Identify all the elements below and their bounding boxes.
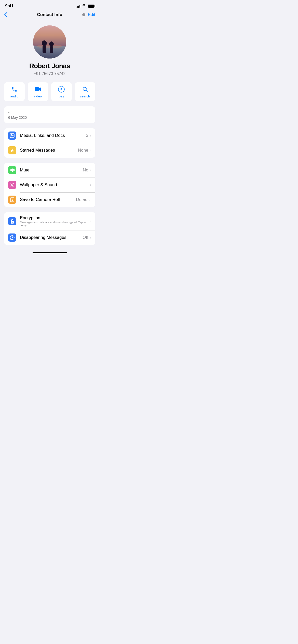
phone-icon [11,86,17,93]
mute-row[interactable]: Mute No › [4,163,95,178]
search-icon [82,86,88,93]
chevron-icon: › [90,219,91,224]
mute-label: Mute [20,168,83,173]
settings-section-3: Encryption Messages and calls are end-to… [4,212,95,245]
chevron-icon: › [90,133,91,138]
battery-icon [88,5,94,8]
back-button[interactable] [4,12,7,17]
profile-section: Robert Jonas +91 75673 75742 [0,20,99,82]
chevron-icon: › [90,235,91,240]
svg-marker-17 [10,149,14,152]
svg-point-22 [12,222,13,223]
save-camera-roll-value: Default [76,197,90,202]
save-icon [8,196,16,204]
wallpaper-sound-label: Wallpaper & Sound [20,182,88,187]
starred-messages-value: None [78,148,88,153]
wifi-icon [82,4,86,8]
rupee-icon: ₹ [58,86,65,93]
chevron-icon: › [90,148,91,153]
disappearing-icon [8,233,16,242]
navigation-bar: Contact Info Edit [0,10,99,20]
settings-section-2: Mute No › Wallpaper & Sound › Save to Ca… [4,163,95,207]
home-bar [33,252,67,253]
search-button[interactable]: search [75,82,96,101]
action-buttons-row: audio video ₹ pay search [0,82,99,106]
svg-rect-8 [50,46,53,53]
svg-rect-5 [43,46,46,53]
status-bar: 9:41 [0,0,99,10]
audio-label: audio [10,94,18,98]
page-title: Contact Info [37,12,62,17]
media-links-docs-value: 3 [86,133,88,138]
contact-status-dot [82,13,85,16]
encryption-icon [8,217,16,225]
audio-call-button[interactable]: audio [4,82,25,101]
avatar[interactable] [33,25,66,58]
svg-marker-18 [10,168,13,172]
info-card: - 6 May 2020 [4,106,95,123]
pay-label: pay [59,94,64,98]
media-links-docs-row[interactable]: Media, Links, and Docs 3 › [4,128,95,143]
wallpaper-icon [8,181,16,189]
wallpaper-sound-row[interactable]: Wallpaper & Sound › [4,178,95,192]
encryption-row[interactable]: Encryption Messages and calls are end-to… [4,212,95,230]
mute-icon [8,166,16,174]
svg-rect-10 [35,87,39,91]
svg-point-6 [43,41,46,45]
video-call-button[interactable]: video [28,82,48,101]
search-label: search [80,94,90,98]
info-dash: - [8,110,91,114]
signal-icon [76,5,80,8]
video-icon [35,86,41,93]
save-camera-roll-label: Save to Camera Roll [20,197,76,202]
status-time: 9:41 [5,4,13,9]
disappearing-messages-row[interactable]: Disappearing Messages Off › [4,230,95,245]
svg-line-14 [86,90,87,92]
pay-button[interactable]: ₹ pay [51,82,72,101]
media-links-docs-label: Media, Links, and Docs [20,133,86,138]
contact-phone: +91 75673 75742 [34,71,65,76]
contact-name: Robert Jonas [29,62,70,70]
chevron-icon: › [90,183,91,187]
mute-value: No [83,168,88,173]
status-icons [76,4,94,8]
svg-point-9 [50,42,53,46]
save-camera-roll-row[interactable]: Save to Camera Roll Default [4,192,95,207]
starred-messages-row[interactable]: Starred Messages None › [4,143,95,158]
disappearing-messages-label: Disappearing Messages [20,235,83,240]
edit-button[interactable]: Edit [88,12,95,17]
info-date: 6 May 2020 [8,115,91,120]
home-indicator [0,250,99,255]
video-label: video [34,94,42,98]
disappearing-messages-value: Off [83,235,88,240]
media-icon [8,131,16,140]
svg-text:₹: ₹ [60,87,62,91]
settings-section-1: Media, Links, and Docs 3 › Starred Messa… [4,128,95,158]
chevron-icon: › [90,168,91,172]
encryption-sublabel: Messages and calls are end-to-end encryp… [20,221,90,227]
starred-messages-label: Starred Messages [20,148,78,153]
encryption-label: Encryption [20,215,90,221]
starred-icon [8,146,16,154]
svg-point-19 [11,184,13,186]
nav-right-actions: Edit [82,12,95,17]
